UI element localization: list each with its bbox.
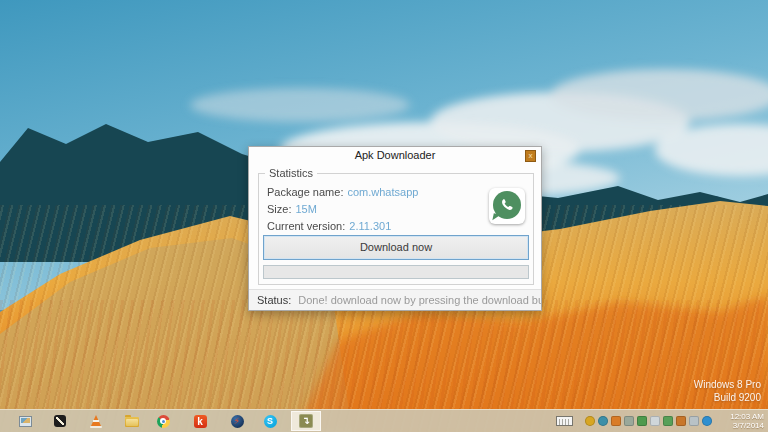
taskbar-app-apk-downloader[interactable]: ↴ (291, 411, 321, 431)
watermark-edition: Windows 8 Pro (694, 378, 761, 391)
current-version-value: 2.11.301 (349, 220, 391, 232)
taskbar-app-media-tool[interactable] (47, 412, 73, 430)
image-viewer-icon (19, 416, 32, 427)
window-title: Apk Downloader (355, 149, 436, 161)
size-label: Size: (267, 203, 291, 215)
snipping-tool-tray-icon[interactable] (624, 416, 634, 426)
status-bar: Status:Done! download now by pressing th… (249, 289, 541, 310)
flag-tray-icon[interactable] (611, 416, 621, 426)
chrome-icon (157, 415, 170, 428)
status-message: Done! download now by pressing the downl… (298, 294, 541, 306)
windows-build-watermark: Windows 8 Pro Build 9200 (694, 378, 761, 404)
watermark-build: Build 9200 (694, 391, 761, 404)
apk-downloader-window: Apk Downloader x Statistics Package name… (248, 146, 542, 311)
statistics-groupbox: Statistics Package name:com.whatsapp Siz… (258, 173, 534, 285)
apk-downloader-icon: ↴ (299, 414, 313, 428)
tray-clock[interactable]: 12:03 AM 3/7/2014 (718, 413, 764, 430)
desktop: Apk Downloader x Statistics Package name… (0, 0, 768, 432)
package-name-row: Package name:com.whatsapp (267, 186, 418, 198)
package-name-label: Package name: (267, 186, 343, 198)
current-version-row: Current version:2.11.301 (267, 220, 391, 232)
size-row: Size:15M (267, 203, 317, 215)
taskbar-app-image-viewer[interactable] (12, 412, 38, 430)
package-name-value: com.whatsapp (347, 186, 418, 198)
media-tool-icon (54, 415, 66, 427)
taskbar-app-kmplayer[interactable]: k (187, 412, 213, 430)
audio-manager-tray-icon[interactable] (676, 416, 686, 426)
network-globe-tray-icon[interactable] (598, 416, 608, 426)
folder-icon (125, 417, 139, 427)
touch-keyboard-icon[interactable] (556, 416, 573, 426)
green-utility-tray-icon[interactable] (637, 416, 647, 426)
whatsapp-icon (489, 188, 525, 224)
current-version-label: Current version: (267, 220, 345, 232)
plugin-tray-icon[interactable] (663, 416, 673, 426)
update-tray-icon[interactable] (702, 416, 712, 426)
download-now-button[interactable]: Download now (263, 235, 529, 260)
skype-icon: S (264, 415, 277, 428)
size-value: 15M (295, 203, 316, 215)
close-button[interactable]: x (525, 150, 536, 162)
taskbar-app-file-explorer[interactable] (119, 412, 145, 430)
daemon-tools-icon: ⚡ (231, 415, 244, 428)
kmplayer-icon: k (194, 415, 207, 428)
window-titlebar[interactable]: Apk Downloader x (249, 147, 541, 164)
phone-handset-icon (495, 193, 519, 217)
taskbar-app-daemon-tools[interactable]: ⚡ (224, 412, 250, 430)
taskbar-app-chrome[interactable] (150, 412, 176, 430)
statistics-legend: Statistics (265, 167, 317, 179)
taskbar: k ⚡ S ↴ 12:03 AM 3/7/2014 (0, 409, 768, 432)
taskbar-app-vlc[interactable] (83, 412, 109, 430)
status-label: Status: (257, 294, 291, 306)
taskbar-app-skype[interactable]: S (257, 412, 283, 430)
download-progress-bar (263, 265, 529, 279)
gold-utility-tray-icon[interactable] (585, 416, 595, 426)
volume-tray-icon[interactable] (650, 416, 660, 426)
clock-date: 3/7/2014 (718, 422, 764, 431)
display-tray-icon[interactable] (689, 416, 699, 426)
vlc-cone-icon (89, 415, 103, 428)
